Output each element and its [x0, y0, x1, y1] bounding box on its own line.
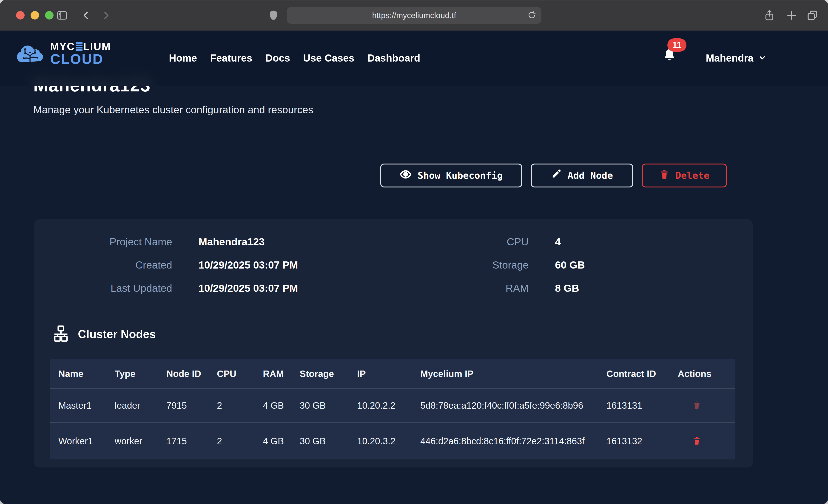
- url-text: https://myceliumcloud.tf: [372, 11, 456, 20]
- cluster-nodes-table: NameTypeNode IDCPURAMStorageIPMycelium I…: [50, 359, 735, 459]
- tab-overview-icon[interactable]: [806, 0, 819, 31]
- cluster-nodes-heading: Cluster Nodes: [52, 325, 156, 344]
- cell-node-id: 1715: [158, 423, 209, 459]
- nav-link-home[interactable]: Home: [169, 52, 197, 64]
- table-row: Master1leader791524 GB30 GB10.20.2.25d8:…: [50, 388, 735, 422]
- overview-value-last-updated: 10/29/2025 03:07 PM: [199, 282, 298, 294]
- cell-name: Worker1: [50, 423, 107, 459]
- column-header-type: Type: [107, 359, 158, 388]
- nav-link-use-cases[interactable]: Use Cases: [303, 52, 355, 64]
- column-header-actions: Actions: [669, 359, 735, 388]
- show-kubeconfig-button[interactable]: Show Kubeconfig: [380, 164, 522, 187]
- main-nav: HomeFeaturesDocsUse CasesDashboard: [169, 31, 420, 86]
- column-header-cpu: CPU: [209, 359, 255, 388]
- cell-actions: [669, 389, 735, 422]
- traffic-lights: [16, 11, 53, 19]
- cell-node-id: 7915: [158, 389, 209, 422]
- notifications-button[interactable]: 11: [662, 48, 683, 73]
- cluster-nodes-title: Cluster Nodes: [78, 328, 156, 341]
- trash-icon: [693, 401, 701, 411]
- user-name: Mahendra: [706, 52, 753, 64]
- column-header-node-id: Node ID: [158, 359, 209, 388]
- cell-ip: 10.20.2.2: [349, 389, 412, 422]
- column-header-ram: RAM: [255, 359, 291, 388]
- privacy-shield-icon[interactable]: [268, 0, 279, 31]
- cluster-overview-left: Project NameMahendra123Created10/29/2025…: [69, 236, 298, 294]
- cell-contract-id: 1613131: [598, 389, 669, 422]
- cluster-overview-right: CPU4Storage60 GBRAM8 GB: [460, 236, 585, 294]
- cell-type: leader: [107, 389, 158, 422]
- overview-value-created: 10/29/2025 03:07 PM: [199, 259, 298, 271]
- table-row: Worker1worker171524 GB30 GB10.20.3.2446:…: [50, 422, 735, 459]
- network-icon: [52, 325, 70, 344]
- back-icon[interactable]: [81, 0, 91, 31]
- cell-mycelium-ip: 5d8:78ea:a120:f40c:ff0f:a5fe:99e6:8b96: [412, 389, 598, 422]
- reload-icon[interactable]: [527, 10, 536, 20]
- overview-value-ram: 8 GB: [555, 282, 585, 294]
- desktop: https://myceliumcloud.tf: [0, 0, 828, 504]
- nav-link-docs[interactable]: Docs: [265, 52, 290, 64]
- trash-icon: [659, 169, 669, 182]
- site-header: MYCLIUM CLOUD HomeFeaturesDocsUse CasesD…: [0, 31, 828, 86]
- column-header-mycelium-ip: Mycelium IP: [412, 359, 598, 388]
- cell-mycelium-ip: 446:d2a6:8bcd:8c16:ff0f:72e2:3114:863f: [412, 423, 598, 459]
- pencil-icon: [551, 169, 562, 182]
- zoom-window-button[interactable]: [45, 11, 53, 19]
- cell-storage: 30 GB: [291, 389, 349, 422]
- cell-storage: 30 GB: [291, 423, 349, 459]
- overview-label-project-name: Project Name: [69, 236, 172, 248]
- overview-value-project-name: Mahendra123: [199, 236, 298, 248]
- logo-e-bars: [76, 42, 83, 51]
- overview-label-storage: Storage: [460, 259, 529, 271]
- page-subtitle: Manage your Kubernetes cluster configura…: [33, 104, 313, 116]
- logo-text: MYCLIUM CLOUD: [50, 41, 111, 66]
- table-body: Master1leader791524 GB30 GB10.20.2.25d8:…: [50, 388, 735, 459]
- browser-chrome: https://myceliumcloud.tf: [0, 0, 828, 31]
- column-header-ip: IP: [349, 359, 412, 388]
- cell-ram: 4 GB: [255, 389, 291, 422]
- nav-link-features[interactable]: Features: [210, 52, 252, 64]
- overview-value-storage: 60 GB: [555, 259, 585, 271]
- column-header-storage: Storage: [291, 359, 349, 388]
- eye-icon: [400, 168, 412, 183]
- cell-cpu: 2: [209, 389, 255, 422]
- site-logo[interactable]: MYCLIUM CLOUD: [15, 41, 111, 66]
- cell-type: worker: [107, 423, 158, 459]
- url-bar[interactable]: https://myceliumcloud.tf: [287, 7, 541, 24]
- notification-badge: 11: [667, 38, 687, 52]
- sidebar-toggle-icon[interactable]: [56, 0, 68, 31]
- column-header-contract-id: Contract ID: [598, 359, 669, 388]
- bell-icon: [662, 60, 676, 64]
- forward-icon[interactable]: [101, 0, 111, 31]
- add-node-button[interactable]: Add Node: [531, 164, 633, 187]
- cloud-logo-icon: [15, 43, 46, 65]
- nav-link-dashboard[interactable]: Dashboard: [368, 52, 420, 64]
- delete-node-button[interactable]: [678, 436, 701, 446]
- cell-cpu: 2: [209, 423, 255, 459]
- trash-icon: [693, 436, 701, 446]
- delete-cluster-button[interactable]: Delete: [642, 164, 727, 187]
- table-header-row: NameTypeNode IDCPURAMStorageIPMycelium I…: [50, 359, 735, 388]
- cluster-card: Project NameMahendra123Created10/29/2025…: [34, 219, 753, 467]
- delete-node-button[interactable]: [678, 401, 701, 411]
- close-window-button[interactable]: [16, 11, 25, 19]
- overview-label-last-updated: Last Updated: [69, 282, 172, 294]
- cluster-toolbar: Show Kubeconfig Add Node Delete: [380, 164, 727, 187]
- logo-word-cloud: CLOUD: [50, 52, 111, 66]
- overview-value-cpu: 4: [555, 236, 585, 248]
- share-icon[interactable]: [763, 0, 775, 31]
- overview-label-cpu: CPU: [460, 236, 529, 248]
- column-header-name: Name: [50, 359, 107, 388]
- logo-word-mycelium: MYCLIUM: [50, 41, 111, 52]
- cell-name: Master1: [50, 389, 107, 422]
- cell-actions: [669, 423, 735, 459]
- chevron-down-icon: [758, 53, 767, 63]
- overview-label-created: Created: [69, 259, 172, 271]
- user-menu[interactable]: Mahendra: [706, 31, 767, 86]
- minimize-window-button[interactable]: [31, 11, 39, 19]
- cell-ram: 4 GB: [255, 423, 291, 459]
- cell-ip: 10.20.3.2: [349, 423, 412, 459]
- new-tab-icon[interactable]: [785, 0, 798, 31]
- browser-window: https://myceliumcloud.tf: [0, 0, 828, 504]
- overview-label-ram: RAM: [460, 282, 529, 294]
